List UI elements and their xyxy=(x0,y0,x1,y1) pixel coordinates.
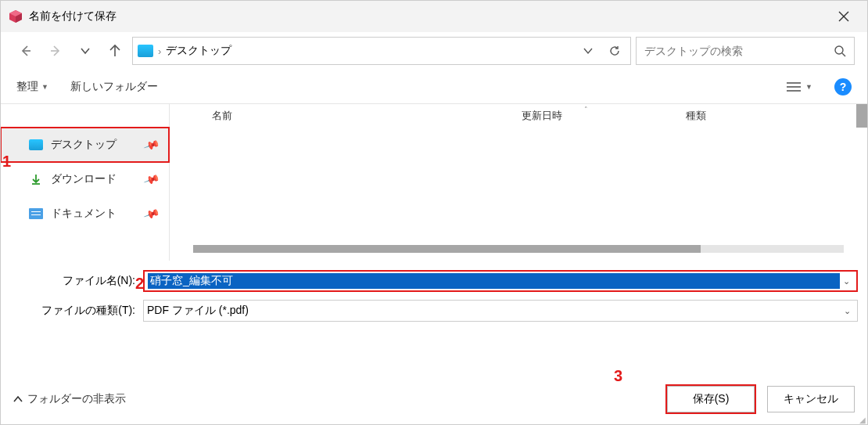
chevron-down-icon[interactable]: ⌄ xyxy=(841,306,854,316)
resize-grip-icon[interactable]: ◢ xyxy=(859,418,864,423)
sidebar-item-label: デスクトップ xyxy=(51,138,117,152)
refresh-icon xyxy=(608,45,621,57)
nav-up-button[interactable] xyxy=(102,38,127,63)
filetype-combobox[interactable]: PDF ファイル (*.pdf) ⌄ xyxy=(143,300,858,322)
sidebar-item-label: ドキュメント xyxy=(51,207,117,221)
main-area: デスクトップ 📌 ダウンロード 📌 ドキュメント 📌 名前 更新日時 ˄ 種類 xyxy=(1,104,867,261)
save-button[interactable]: 保存(S) xyxy=(667,386,755,412)
sidebar: デスクトップ 📌 ダウンロード 📌 ドキュメント 📌 xyxy=(1,104,170,261)
list-view-icon xyxy=(787,81,801,92)
horizontal-scrollbar[interactable] xyxy=(193,245,844,253)
chevron-down-icon[interactable]: ⌄ xyxy=(840,276,853,286)
column-type[interactable]: 種類 xyxy=(686,109,867,123)
pin-icon: 📌 xyxy=(142,205,160,222)
search-box[interactable] xyxy=(636,37,855,65)
annotation-3: 3 xyxy=(614,367,622,385)
address-dropdown-button[interactable] xyxy=(577,40,599,62)
search-icon xyxy=(834,45,846,57)
new-folder-button[interactable]: 新しいフォルダー xyxy=(70,80,158,94)
column-headers[interactable]: 名前 更新日時 ˄ 種類 xyxy=(170,104,867,128)
filename-combobox[interactable]: 硝子窓_編集不可 ⌄ xyxy=(143,270,858,292)
filetype-value: PDF ファイル (*.pdf) xyxy=(147,304,841,318)
new-folder-label: 新しいフォルダー xyxy=(70,80,158,94)
nav-back-button[interactable] xyxy=(13,38,38,63)
sidebar-item-downloads[interactable]: ダウンロード 📌 xyxy=(1,162,169,196)
download-icon xyxy=(29,174,43,185)
caret-down-icon: ▼ xyxy=(805,83,812,91)
column-modified[interactable]: 更新日時 ˄ xyxy=(522,109,686,123)
save-button-label: 保存(S) xyxy=(693,392,730,406)
annotation-2: 2 xyxy=(135,275,144,293)
arrow-up-icon xyxy=(108,44,122,58)
toggle-folders-label: フォルダーの非表示 xyxy=(27,392,126,406)
toggle-folders-button[interactable]: フォルダーの非表示 xyxy=(13,392,126,406)
filename-value[interactable]: 硝子窓_編集不可 xyxy=(148,273,840,289)
desktop-folder-icon xyxy=(138,45,153,57)
column-name[interactable]: 名前 xyxy=(170,109,522,123)
footer: フォルダーの非表示 保存(S) キャンセル ◢ xyxy=(1,374,867,424)
sort-indicator-icon: ˄ xyxy=(584,106,588,113)
window-title: 名前を付けて保存 xyxy=(29,9,117,23)
filetype-label: ファイルの種類(T): xyxy=(10,304,143,318)
filename-label: ファイル名(N): xyxy=(10,274,143,288)
organize-menu[interactable]: 整理 ▼ xyxy=(16,80,48,94)
view-mode-button[interactable]: ▼ xyxy=(787,81,812,92)
vertical-scrollbar[interactable] xyxy=(856,104,867,128)
cancel-button-label: キャンセル xyxy=(784,392,838,406)
toolbar: 整理 ▼ 新しいフォルダー ▼ ? xyxy=(1,70,867,104)
address-bar[interactable]: › デスクトップ xyxy=(132,37,631,65)
desktop-icon xyxy=(29,139,43,150)
cancel-button[interactable]: キャンセル xyxy=(767,386,855,412)
title-bar: 名前を付けて保存 xyxy=(1,1,867,32)
nav-forward-button[interactable] xyxy=(43,38,68,63)
svg-line-9 xyxy=(842,53,845,56)
chevron-down-icon xyxy=(583,46,593,56)
organize-label: 整理 xyxy=(16,80,38,94)
close-button[interactable] xyxy=(828,1,859,32)
scrollbar-thumb[interactable] xyxy=(193,245,701,253)
file-list-pane[interactable]: 名前 更新日時 ˄ 種類 xyxy=(170,104,867,261)
app-icon xyxy=(9,9,23,23)
annotation-1: 1 xyxy=(2,153,11,171)
chevron-up-icon xyxy=(13,394,23,404)
chevron-down-icon xyxy=(80,45,91,56)
svg-point-8 xyxy=(835,46,843,54)
arrow-right-icon xyxy=(48,44,63,58)
refresh-button[interactable] xyxy=(604,40,626,62)
caret-down-icon: ▼ xyxy=(41,83,48,91)
sidebar-item-label: ダウンロード xyxy=(51,172,117,186)
sidebar-item-desktop[interactable]: デスクトップ 📌 xyxy=(1,128,169,162)
search-input[interactable] xyxy=(644,45,834,57)
help-button[interactable]: ? xyxy=(834,78,852,95)
file-fields: ファイル名(N): 硝子窓_編集不可 ⌄ ファイルの種類(T): PDF ファイ… xyxy=(1,261,867,336)
nav-bar: › デスクトップ xyxy=(1,32,867,70)
document-icon xyxy=(29,208,43,219)
close-icon xyxy=(838,11,849,22)
breadcrumb-current[interactable]: デスクトップ xyxy=(166,44,231,58)
sidebar-item-documents[interactable]: ドキュメント 📌 xyxy=(1,196,169,231)
breadcrumb-separator: › xyxy=(158,45,161,57)
pin-icon: 📌 xyxy=(142,171,160,188)
arrow-left-icon xyxy=(19,44,33,58)
pin-icon: 📌 xyxy=(142,136,160,153)
nav-recent-button[interactable] xyxy=(73,38,98,63)
